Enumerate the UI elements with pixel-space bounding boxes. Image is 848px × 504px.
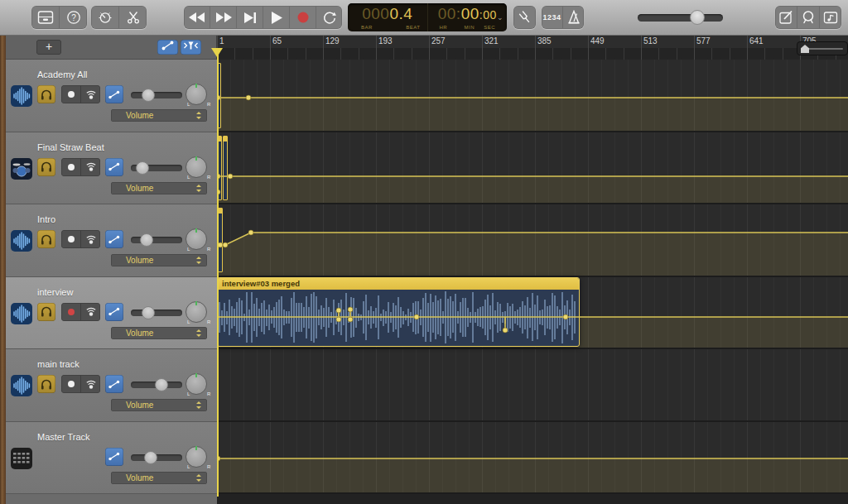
track-volume-handle[interactable] — [144, 451, 157, 464]
lcd-mode-chevron-icon[interactable]: ⌄ — [497, 14, 504, 21]
count-in-button[interactable]: 1234 — [542, 6, 563, 29]
solo-button[interactable] — [37, 375, 55, 393]
track-header-panel: + Academy All — [6, 35, 217, 504]
automation-parameter-select[interactable]: Volume — [111, 109, 207, 122]
tuner-button[interactable] — [513, 6, 536, 29]
region-title-cap — [224, 137, 227, 142]
region-title-cap — [218, 209, 222, 214]
track-header-academy-all[interactable]: Academy All L R Volume — [6, 60, 217, 132]
rewind-button[interactable] — [184, 6, 210, 29]
ruler-tick-label: 321 — [484, 36, 499, 46]
track-volume-slider[interactable] — [131, 310, 182, 316]
track-header-intro[interactable]: Intro L R Volume — [6, 204, 217, 277]
show-automation-button[interactable] — [157, 40, 178, 55]
automation-parameter-select[interactable]: Volume — [111, 472, 207, 484]
media-browser-button[interactable] — [820, 6, 841, 29]
mute-button[interactable] — [81, 85, 100, 103]
mini-audio-region[interactable] — [223, 136, 228, 200]
ruler-tick-label: 577 — [696, 36, 711, 46]
lcd-time[interactable]: 00:00:00 HR MIN SEC ⌄ — [428, 3, 508, 31]
track-volume-slider[interactable] — [131, 92, 182, 98]
note-pad-button[interactable] — [775, 6, 797, 29]
track-icon-waveform — [11, 85, 32, 107]
go-to-end-button[interactable] — [237, 6, 263, 29]
playhead-marker[interactable] — [211, 48, 223, 57]
mute-button[interactable] — [81, 158, 100, 176]
record-enable-button[interactable] — [61, 158, 81, 176]
smart-controls-button[interactable] — [91, 6, 119, 29]
quick-help-button[interactable]: ? — [60, 6, 87, 29]
lcd-bar-beat[interactable]: 0000.4 BAR BEAT — [348, 3, 428, 31]
track-volume-slider[interactable] — [131, 237, 182, 243]
automation-parameter-label: Volume — [126, 473, 153, 482]
updown-chevron-icon — [196, 185, 202, 192]
solo-button[interactable] — [37, 158, 55, 176]
track-header-main-track[interactable]: main track L R Volume — [6, 349, 217, 422]
pan-left-label: L — [187, 391, 190, 396]
solo-button[interactable] — [37, 85, 55, 103]
record-button[interactable] — [290, 6, 316, 29]
track-automation-button[interactable] — [105, 375, 123, 393]
editor-button[interactable] — [119, 6, 147, 29]
track-volume-handle[interactable] — [142, 89, 155, 102]
mute-button[interactable] — [81, 375, 100, 393]
automation-parameter-select[interactable]: Volume — [111, 399, 207, 411]
track-lane-intro[interactable] — [217, 204, 848, 277]
solo-button[interactable] — [37, 230, 55, 248]
catch-playhead-button[interactable] — [181, 40, 201, 55]
track-header-master-track[interactable]: Master Track L R Volume — [6, 422, 217, 495]
track-automation-button[interactable] — [105, 158, 123, 176]
track-volume-handle[interactable] — [155, 378, 168, 391]
record-mute-group — [61, 303, 100, 321]
record-enable-button[interactable] — [61, 85, 81, 103]
audio-region-interview[interactable]: interview#03 merged — [217, 277, 580, 347]
ruler-tick-strip — [217, 48, 848, 60]
play-button[interactable] — [263, 6, 290, 29]
library-button[interactable] — [31, 6, 60, 29]
forward-button[interactable] — [210, 6, 237, 29]
lcd-beat-label: BEAT — [406, 25, 420, 30]
automation-parameter-select[interactable]: Volume — [111, 327, 207, 339]
track-volume-slider[interactable] — [131, 454, 182, 461]
record-enable-button[interactable] — [61, 303, 81, 321]
track-automation-button[interactable] — [105, 448, 123, 466]
track-lane-final-straw-beat[interactable] — [217, 132, 848, 205]
track-volume-slider[interactable] — [131, 165, 182, 171]
record-enable-button[interactable] — [61, 230, 81, 248]
track-volume-handle[interactable] — [142, 306, 155, 319]
automation-parameter-label: Volume — [126, 401, 153, 410]
track-header-final-straw-beat[interactable]: Final Straw Beat L R Volume — [6, 132, 217, 205]
master-volume-handle[interactable] — [690, 10, 705, 25]
track-lane-master-track[interactable] — [217, 422, 848, 495]
playhead-line[interactable] — [217, 48, 219, 497]
automation-parameter-select[interactable]: Volume — [111, 254, 207, 266]
track-header-interview[interactable]: interview L R Volume — [6, 277, 217, 350]
track-automation-button[interactable] — [105, 85, 123, 103]
record-enable-button[interactable] — [61, 375, 81, 393]
solo-button[interactable] — [37, 303, 55, 321]
track-volume-handle[interactable] — [136, 161, 149, 175]
timeline-ruler[interactable]: 1 65 129 193 257 321 385 449 513 577 641… — [217, 35, 848, 60]
track-volume-handle[interactable] — [140, 233, 153, 247]
updown-chevron-icon — [196, 474, 202, 482]
ruler-gridline — [535, 35, 536, 60]
updown-chevron-icon — [196, 112, 202, 119]
mute-button[interactable] — [81, 303, 100, 321]
track-volume-slider[interactable] — [131, 382, 182, 388]
track-automation-button[interactable] — [105, 230, 123, 248]
automation-parameter-select[interactable]: Volume — [111, 182, 207, 194]
track-lane-academy-all[interactable] — [217, 60, 848, 132]
add-track-button[interactable]: + — [36, 40, 61, 55]
metronome-button[interactable] — [563, 6, 584, 29]
mute-button[interactable] — [81, 230, 100, 248]
horizontal-zoom-slider[interactable] — [797, 41, 848, 55]
loop-browser-button[interactable] — [797, 6, 820, 29]
track-lane-main-track[interactable] — [217, 349, 848, 422]
master-volume-slider[interactable] — [638, 14, 723, 22]
track-icon-waveform — [11, 303, 32, 324]
cycle-button[interactable] — [316, 6, 342, 29]
zoom-slider-handle[interactable] — [801, 45, 809, 53]
track-automation-button[interactable] — [105, 303, 123, 321]
play-icon — [271, 12, 282, 24]
pan-right-label: R — [207, 175, 210, 180]
